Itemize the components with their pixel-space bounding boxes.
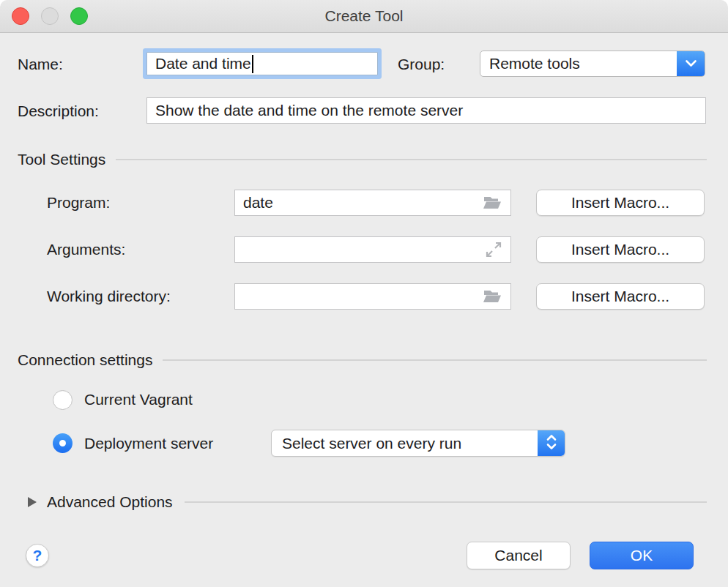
server-select-value: Select server on every run: [272, 430, 538, 456]
separator-line: [116, 159, 707, 160]
current-vagrant-radio[interactable]: [53, 390, 73, 410]
ok-button[interactable]: OK: [590, 542, 694, 569]
browse-folder-icon[interactable]: [482, 288, 502, 304]
working-directory-insert-macro-button[interactable]: Insert Macro...: [536, 283, 705, 310]
group-label: Group:: [398, 56, 445, 73]
server-select-button[interactable]: [538, 430, 565, 456]
expand-field-icon[interactable]: [485, 241, 502, 258]
arguments-label: Arguments:: [47, 241, 125, 258]
connection-settings-title: Connection settings: [18, 351, 152, 369]
description-input-value: Show the date and time on the remote ser…: [155, 102, 463, 119]
description-input[interactable]: Show the date and time on the remote ser…: [146, 97, 706, 124]
program-input-value: date: [243, 194, 273, 212]
arguments-input[interactable]: [234, 236, 511, 263]
arguments-insert-macro-label: Insert Macro...: [571, 241, 669, 258]
connection-settings-section: Connection settings: [18, 351, 707, 369]
deployment-server-label[interactable]: Deployment server: [84, 435, 213, 452]
separator-line: [185, 501, 707, 503]
help-icon: ?: [33, 547, 42, 564]
window-title: Create Tool: [0, 0, 728, 32]
name-input-value: Date and time: [155, 55, 251, 72]
cancel-button[interactable]: Cancel: [467, 542, 571, 569]
radio-dot: [59, 440, 66, 446]
ok-button-label: OK: [631, 547, 653, 564]
select-chevrons-icon: [546, 433, 557, 455]
create-tool-dialog: Create Tool Name: Date and time Group: R…: [0, 0, 728, 587]
deployment-server-radio[interactable]: [53, 433, 73, 453]
program-input[interactable]: date: [234, 190, 511, 216]
advanced-options-toggle[interactable]: Advanced Options: [28, 493, 707, 511]
tool-settings-title: Tool Settings: [18, 151, 105, 168]
separator-line: [163, 359, 707, 361]
chevron-down-icon: [685, 57, 697, 70]
description-label: Description:: [18, 102, 99, 120]
text-caret: [252, 55, 253, 73]
group-combobox-value: Remote tools: [480, 51, 677, 76]
group-dropdown-button[interactable]: [677, 51, 705, 76]
working-directory-insert-macro-label: Insert Macro...: [571, 288, 669, 305]
program-insert-macro-label: Insert Macro...: [571, 194, 669, 212]
advanced-options-label: Advanced Options: [47, 493, 173, 511]
browse-folder-icon[interactable]: [482, 195, 502, 211]
program-label: Program:: [47, 194, 110, 212]
program-insert-macro-button[interactable]: Insert Macro...: [536, 190, 705, 216]
title-bar: Create Tool: [0, 0, 728, 33]
cancel-button-label: Cancel: [494, 547, 542, 564]
server-select[interactable]: Select server on every run: [271, 430, 565, 457]
group-combobox[interactable]: Remote tools: [480, 51, 705, 77]
current-vagrant-label[interactable]: Current Vagrant: [84, 391, 193, 408]
tool-settings-section: Tool Settings: [18, 151, 707, 168]
name-input[interactable]: Date and time: [146, 52, 378, 75]
disclosure-triangle-icon[interactable]: [28, 497, 37, 507]
name-label: Name:: [18, 56, 63, 73]
arguments-insert-macro-button[interactable]: Insert Macro...: [536, 236, 705, 263]
working-directory-label: Working directory:: [47, 288, 171, 305]
help-button[interactable]: ?: [26, 544, 49, 567]
working-directory-input[interactable]: [234, 283, 511, 310]
